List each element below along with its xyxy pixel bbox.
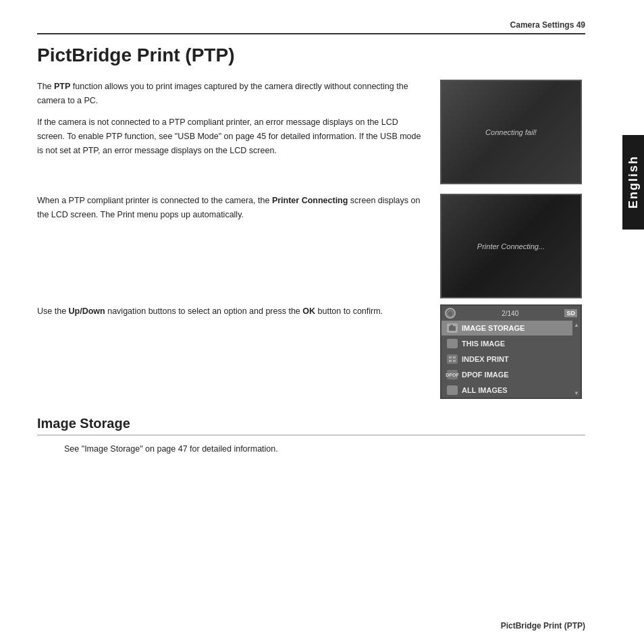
index-print-icon	[447, 354, 458, 364]
p4-mid: navigation buttons to select an option a…	[105, 306, 303, 316]
p4-bold1: Up/Down	[69, 306, 105, 316]
page: English Camera Settings 49 PictBridge Pr…	[0, 0, 644, 644]
menu-screen: ◯ 2/140 SD IMAGE STORAGE	[440, 304, 582, 399]
paragraph-2: If the camera is not connected to a PTP …	[37, 115, 423, 157]
section-2-text: When a PTP compliant printer is connecte…	[37, 194, 423, 230]
svg-rect-5	[453, 356, 456, 358]
menu-item-image-storage-label: IMAGE STORAGE	[462, 324, 525, 332]
menu-sd-label: SD	[564, 309, 577, 317]
p1-bold: PTP	[54, 82, 70, 91]
image-storage-section: Image Storage See "Image Storage" on pag…	[37, 416, 585, 456]
p4-end: button to confirm.	[315, 306, 383, 316]
section-2-image: Printer Connecting...	[440, 194, 585, 301]
image-storage-text: See "Image Storage" on page 47 for detai…	[64, 442, 585, 456]
connecting-fail-text: Connecting fail!	[485, 128, 537, 136]
english-tab: English	[622, 135, 644, 230]
all-images-icon	[447, 385, 458, 395]
connecting-fail-screen: Connecting fail!	[440, 80, 582, 184]
p3-start: When a PTP compliant printer is connecte…	[37, 196, 272, 205]
dpof-image-icon: DPOF	[447, 370, 458, 379]
menu-header: ◯ 2/140 SD	[441, 306, 581, 321]
svg-rect-8	[449, 388, 456, 393]
main-content: Camera Settings 49 PictBridge Print (PTP…	[0, 0, 622, 644]
menu-item-dpof-image[interactable]: DPOF DPOF IMAGE	[441, 367, 572, 383]
svg-rect-6	[449, 360, 452, 362]
printer-connecting-text: Printer Connecting...	[477, 242, 545, 250]
menu-item-all-images-label: ALL IMAGES	[462, 386, 508, 394]
section-3-image: ◯ 2/140 SD IMAGE STORAGE	[440, 304, 585, 399]
scroll-up-arrow[interactable]: ▲	[574, 322, 579, 328]
svg-rect-7	[453, 360, 456, 362]
section-2: When a PTP compliant printer is connecte…	[37, 194, 585, 301]
menu-container: IMAGE STORAGE THIS IMAGE	[441, 321, 581, 398]
this-image-icon	[447, 339, 458, 348]
menu-item-index-print-label: INDEX PRINT	[462, 355, 509, 363]
svg-rect-3	[450, 340, 453, 342]
svg-rect-9	[450, 387, 453, 389]
section-3-text: Use the Up/Down navigation buttons to se…	[37, 304, 423, 327]
paragraph-4: Use the Up/Down navigation buttons to se…	[37, 304, 423, 319]
printer-connecting-screen: Printer Connecting...	[440, 194, 582, 298]
menu-item-this-image-label: THIS IMAGE	[462, 340, 505, 348]
menu-scrollbar[interactable]: ▲ ▼	[572, 321, 581, 398]
page-footer: PictBridge Print (PTP)	[501, 621, 585, 630]
svg-rect-1	[450, 325, 453, 327]
p4-bold2: OK	[302, 306, 315, 316]
menu-item-all-images[interactable]: ALL IMAGES	[441, 383, 572, 398]
menu-item-image-storage[interactable]: IMAGE STORAGE	[441, 321, 572, 336]
svg-rect-2	[449, 342, 456, 346]
section-3: Use the Up/Down navigation buttons to se…	[37, 304, 585, 399]
svg-rect-0	[449, 326, 456, 331]
menu-icon: ◯	[445, 308, 456, 319]
menu-counter: 2/140	[502, 310, 518, 317]
section-1-text: The PTP function allows you to print ima…	[37, 80, 423, 165]
p1-rest: function allows you to print images capt…	[37, 82, 408, 105]
p4-start: Use the	[37, 306, 69, 316]
paragraph-3: When a PTP compliant printer is connecte…	[37, 194, 423, 221]
menu-item-this-image[interactable]: THIS IMAGE	[441, 336, 572, 352]
scroll-down-arrow[interactable]: ▼	[574, 390, 579, 396]
footer-text: PictBridge Print (PTP)	[501, 621, 585, 630]
image-storage-heading: Image Storage	[37, 416, 585, 435]
p3-bold: Printer Connecting	[272, 196, 348, 205]
menu-item-dpof-image-label: DPOF IMAGE	[462, 371, 509, 379]
section-1-image: Connecting fail!	[440, 80, 585, 187]
svg-rect-4	[449, 356, 452, 358]
header-text: Camera Settings 49	[510, 20, 585, 30]
page-title: PictBridge Print (PTP)	[37, 45, 585, 66]
paragraph-1: The PTP function allows you to print ima…	[37, 80, 423, 107]
section-1: The PTP function allows you to print ima…	[37, 80, 585, 187]
menu-items: IMAGE STORAGE THIS IMAGE	[441, 321, 572, 398]
image-storage-icon	[447, 323, 458, 333]
english-tab-label: English	[626, 155, 641, 209]
p1-text: The	[37, 82, 54, 91]
menu-item-index-print[interactable]: INDEX PRINT	[441, 352, 572, 367]
page-header: Camera Settings 49	[37, 20, 585, 34]
